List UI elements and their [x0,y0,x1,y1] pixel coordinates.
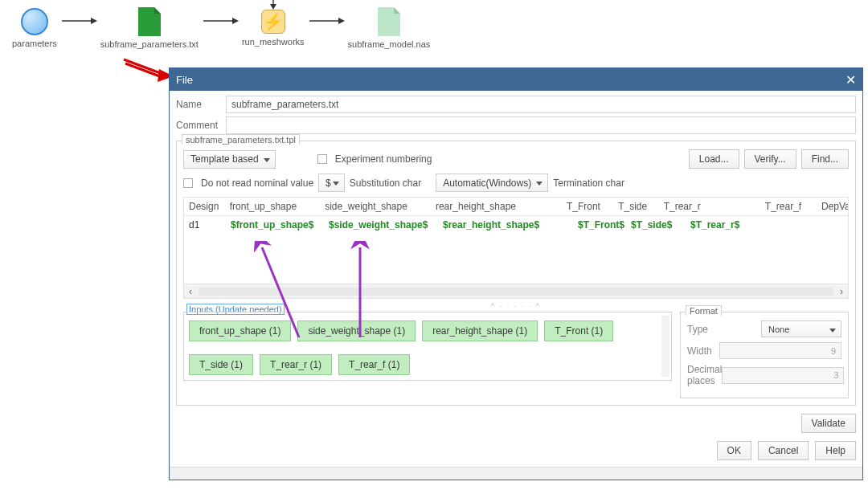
no-nominal-checkbox[interactable] [183,178,193,188]
table-row[interactable]: d1 $front_up_shape$ $side_weight_shape$ … [184,216,848,234]
horizontal-scrollbar[interactable]: ‹ › [184,284,848,298]
format-type-label: Type [687,324,761,335]
node-subframe-model[interactable]: subframe_model.nas [348,3,431,49]
subchar-label: Substitution char [350,178,421,189]
node-label: subframe_model.nas [348,39,431,49]
format-decimal-label: Decimal places [687,364,722,386]
col-t-front[interactable]: T_Front [562,198,613,215]
chip-t-front[interactable]: T_Front (1) [544,320,613,341]
termchar-label: Termination char [553,178,624,189]
cell-var: $rear_height_shape$ [438,216,573,234]
format-group: Format Type None Width Decimal places [680,312,849,398]
chip-t-rear-r[interactable]: T_rear_r (1) [260,354,332,375]
svg-marker-7 [338,18,345,24]
termchar-dropdown[interactable]: Automatic(Windows) [436,174,548,192]
node-run-meshworks[interactable]: ⚡ run_meshworks [242,3,305,47]
help-button[interactable]: Help [815,441,856,460]
cell-var: $side_weight_shape$ [324,216,438,234]
node-label: run_meshworks [242,37,305,47]
document-icon [138,7,161,36]
cell-var: $T_Front$ [573,216,626,234]
file-dialog: File ✕ Name Comment subframe_parameters.… [169,67,863,480]
template-mode-dropdown[interactable]: Template based [183,150,276,169]
chip-rear-height[interactable]: rear_height_shape (1) [422,320,538,341]
load-button[interactable]: Load... [689,149,739,169]
arrow-icon [60,3,97,39]
cell-var: $front_up_shape$ [226,216,324,234]
cancel-button[interactable]: Cancel [758,441,809,460]
chevron-down-icon [829,329,836,333]
chevron-down-icon [264,158,270,162]
col-t-rear-r[interactable]: T_rear_r [659,198,760,215]
svg-marker-3 [232,18,239,24]
dialog-title: File [176,74,193,86]
no-nominal-label: Do not read nominal value [201,178,313,189]
col-front-up[interactable]: front_up_shape [225,198,320,215]
node-label: subframe_parameters.txt [100,39,199,49]
circle-icon [21,8,48,35]
svg-line-9 [125,63,164,78]
node-parameters[interactable]: parameters [12,3,57,48]
name-label: Name [176,99,226,110]
verify-button[interactable]: Verify... [744,149,796,169]
subchar-dropdown[interactable]: $ [318,174,345,192]
format-width-label: Width [687,345,719,357]
comment-input[interactable] [226,116,856,134]
chip-t-rear-f[interactable]: T_rear_f (1) [338,354,410,375]
format-width-input[interactable] [719,342,841,359]
arrow-icon [308,3,345,39]
chip-t-side[interactable]: T_side (1) [189,354,253,375]
col-t-rear-f[interactable]: T_rear_f [760,198,817,215]
experiment-numbering-checkbox[interactable] [317,154,327,164]
svg-marker-1 [91,18,97,24]
template-group-legend: subframe_parameters.txt.tpl [182,134,300,145]
workflow-row: parameters subframe_parameters.txt ⚡ run… [12,0,430,63]
arrow-icon [202,3,239,39]
validate-button[interactable]: Validate [801,414,856,433]
bolt-icon: ⚡ [261,10,285,34]
name-input[interactable] [226,96,856,113]
inputs-panel: Inputs (Update needed) front_up_shape (1… [183,312,672,398]
col-side-weight[interactable]: side_weight_shape [320,198,431,215]
scroll-right-icon[interactable]: › [837,286,846,297]
comment-label: Comment [176,120,226,131]
col-rear-height[interactable]: rear_height_shape [431,198,562,215]
document-icon [378,7,400,36]
node-subframe-params[interactable]: subframe_parameters.txt [100,3,199,49]
format-decimal-input[interactable] [722,367,844,384]
cell-var: $T_rear_r$ [686,216,798,234]
experiment-numbering-label: Experiment numbering [335,153,432,165]
chevron-down-icon [333,182,339,186]
format-legend: Format [686,305,722,316]
cell-var: $T_side$ [626,216,686,234]
arrow-down-icon [268,0,279,10]
find-button[interactable]: Find... [801,149,849,169]
status-bar [170,467,862,480]
node-label: parameters [12,39,57,48]
col-t-side[interactable]: T_side [613,198,659,215]
col-design[interactable]: Design [184,198,225,215]
format-type-dropdown[interactable]: None [761,320,841,337]
close-icon[interactable]: ✕ [845,72,856,88]
chip-front-up[interactable]: front_up_shape (1) [189,320,291,341]
chevron-down-icon [536,182,542,186]
ok-button[interactable]: OK [717,441,751,460]
col-depva[interactable]: DepVa [817,198,848,215]
vertical-scrollbar[interactable] [661,316,669,377]
template-table: Design front_up_shape side_weight_shape … [183,197,849,299]
dialog-titlebar[interactable]: File ✕ [170,68,862,91]
chip-side-weight[interactable]: side_weight_shape (1) [297,320,416,341]
scroll-left-icon[interactable]: ‹ [186,286,195,297]
svg-marker-5 [270,4,276,10]
cell-design: d1 [184,216,226,234]
